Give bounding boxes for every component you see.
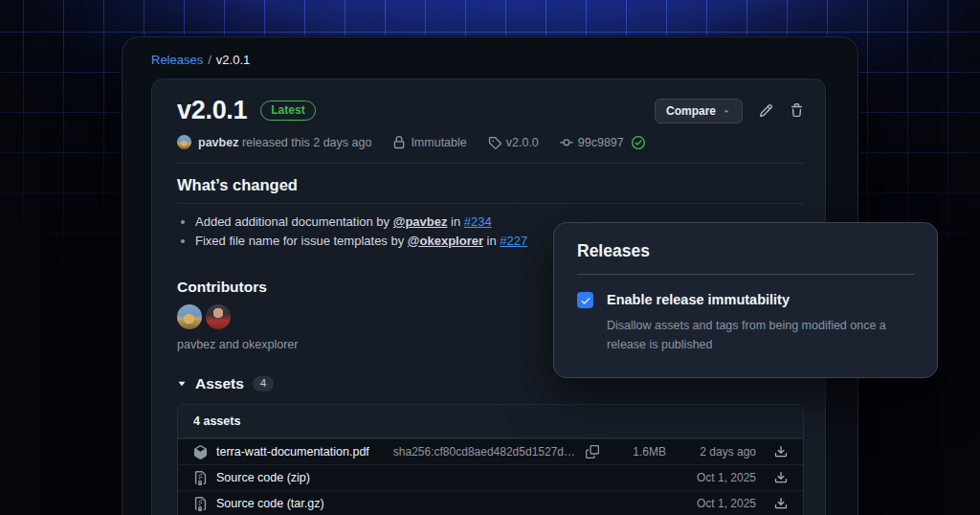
asset-date: Oct 1, 2025 [679,471,756,484]
latest-badge: Latest [260,101,315,121]
breadcrumb-releases-link[interactable]: Releases [151,53,203,67]
pr-link-234[interactable]: #234 [464,214,492,229]
compare-button-label: Compare [666,104,716,118]
tag-name: v2.0.0 [506,136,539,149]
immutable-badge: Immutable [392,136,466,149]
copy-icon [586,445,599,459]
release-header: v2.0.1 Latest Compare [177,96,804,125]
commit-sha[interactable]: 99c9897 [578,136,624,149]
asset-link[interactable]: Source code (tar.gz) [216,497,324,510]
pencil-icon [759,103,773,118]
whats-changed-heading: What’s changed [177,176,804,204]
trash-icon [790,103,804,118]
checkmark-icon [580,295,591,306]
assets-heading: Assets [195,375,244,392]
assets-count-badge: 4 [253,376,274,392]
delete-release-button[interactable] [790,103,804,118]
download-button[interactable] [774,497,788,510]
commit-icon [560,136,573,149]
asset-row: terra-watt-documentation.pdf sha256:cf80… [178,438,803,464]
triangle-down-icon [177,379,187,389]
release-meta: pavbez released this 2 days ago Immutabl… [177,135,804,149]
chevron-down-icon [722,106,731,116]
download-icon [774,497,788,510]
changelog-text: in [483,234,500,248]
changelog-text: Fixed file name for issue templates by [195,234,408,248]
popup-divider [577,274,914,275]
assets-table: 4 assets terra-watt-documentation.pdf sh… [177,404,804,515]
changelog-text: in [447,214,463,229]
download-button[interactable] [774,471,788,484]
breadcrumb-separator: / [208,53,212,67]
user-link-okexplorer[interactable]: @okexplorer [408,234,483,248]
asset-date: Oct 1, 2025 [679,497,756,510]
file-zip-icon [193,471,208,485]
download-icon [774,471,788,484]
header-divider [177,163,804,164]
lock-icon [392,136,406,149]
package-icon [193,445,208,459]
author-avatar[interactable] [177,135,191,149]
immutability-checkbox[interactable] [577,292,593,308]
asset-row: Source code (zip) Oct 1, 2025 [178,464,803,490]
download-icon [774,445,788,459]
release-author: pavbez released this 2 days ago [177,135,371,149]
contributor-avatar-pavbez[interactable] [177,304,202,329]
asset-row: Source code (tar.gz) Oct 1, 2025 [178,490,803,515]
tag-indicator: v2.0.0 [488,136,539,149]
file-zip-icon [193,497,208,511]
immutable-label: Immutable [411,136,466,149]
asset-link[interactable]: Source code (zip) [216,471,310,484]
copy-sha-button[interactable] [586,445,599,459]
download-button[interactable] [774,445,788,459]
author-name[interactable]: pavbez [198,136,238,149]
popup-title: Releases [577,241,914,261]
edit-release-button[interactable] [759,103,773,118]
asset-link[interactable]: terra-watt-documentation.pdf [216,445,369,459]
breadcrumb-current: v2.0.1 [216,53,250,67]
pr-link-227[interactable]: #227 [500,234,527,248]
tag-icon [488,136,501,149]
verified-check-icon[interactable] [632,136,645,149]
assets-table-header: 4 assets [178,405,803,438]
asset-size: 1.6MB [612,445,666,459]
releases-settings-popup: Releases Enable release immutability Dis… [553,222,938,378]
compare-button[interactable]: Compare [655,99,743,123]
breadcrumb: Releases/v2.0.1 [122,37,858,67]
release-title: v2.0.1 [177,96,247,125]
commit-indicator: 99c9897 [560,136,645,149]
changelog-text: Added additional documentation by [195,214,393,229]
asset-date: 2 days ago [679,445,756,459]
released-text: released this 2 days ago [242,136,372,149]
contributor-avatar-okexplorer[interactable] [206,304,231,329]
immutability-description: Disallow assets and tags from being modi… [607,316,914,354]
user-link-pavbez[interactable]: @pavbez [393,214,448,229]
immutability-label[interactable]: Enable release immutability [607,291,914,309]
immutability-setting: Enable release immutability Disallow ass… [577,291,914,354]
asset-sha: sha256:cf80cd8aed482d5d1527d… [393,445,575,459]
